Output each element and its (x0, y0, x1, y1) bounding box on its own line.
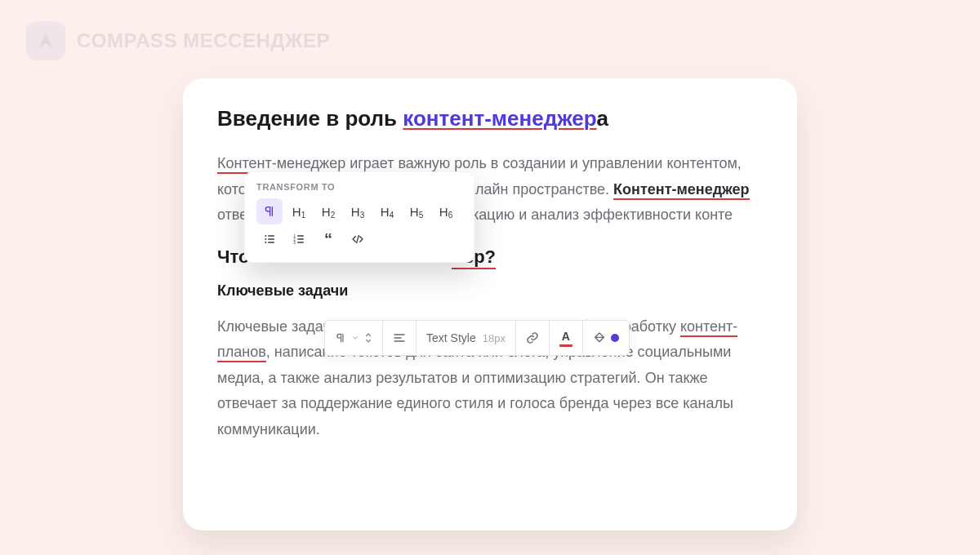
chevron-down-icon (351, 334, 359, 342)
transform-h4[interactable]: H4 (374, 198, 400, 224)
text-color-button[interactable]: A (550, 321, 583, 355)
p2-u2a: контент- (680, 318, 737, 337)
quote-icon: “ (324, 233, 332, 246)
brand-logo (26, 21, 65, 60)
link-icon (526, 331, 539, 344)
chevron-down-icon (364, 338, 372, 344)
bullet-list-icon (263, 233, 276, 246)
inline-toolbar: Text Style 18px A (324, 320, 630, 356)
svg-point-0 (265, 235, 266, 237)
ordered-list-icon: 123 (292, 233, 305, 246)
svg-text:3: 3 (293, 241, 296, 245)
h3-text: Ключевые задачи (217, 282, 348, 299)
svg-point-2 (265, 242, 266, 243)
transform-h3[interactable]: H3 (345, 198, 371, 224)
transform-h2[interactable]: H2 (315, 198, 341, 224)
font-size-value: 18px (483, 332, 506, 344)
code-icon (350, 233, 365, 246)
transform-code[interactable] (345, 226, 371, 252)
transform-row-2: 123 “ (256, 226, 462, 252)
transform-title: TRANSFORM TO (256, 182, 462, 192)
h1-role-link[interactable]: контент-менеджер (403, 106, 596, 131)
transform-h5[interactable]: H5 (403, 198, 430, 224)
pilcrow-icon (263, 205, 276, 218)
highlight-button[interactable] (583, 321, 629, 355)
link-button[interactable] (516, 321, 550, 355)
compass-icon (35, 30, 56, 51)
text-style-label: Text Style (426, 331, 476, 344)
block-stepper[interactable] (364, 331, 372, 344)
transform-quote[interactable]: “ (315, 226, 341, 252)
text-style-dropdown[interactable]: Text Style 18px (416, 321, 516, 355)
transform-bullet-list[interactable] (256, 226, 283, 252)
transform-h6[interactable]: H6 (433, 198, 459, 224)
p2-rest: , написание текстов для сайта или блога,… (217, 344, 733, 437)
h1-text-before: Введение в роль (217, 106, 403, 131)
align-left-icon (393, 331, 406, 344)
transform-popover: TRANSFORM TO H1 H2 H3 H4 H5 H6 123 “ (244, 171, 474, 263)
doc-heading-3[interactable]: Ключевые задачи (217, 282, 763, 300)
h1-trailing: а (597, 106, 608, 131)
svg-point-1 (265, 238, 266, 240)
bucket-icon (593, 331, 606, 344)
p1-underline-2: Контент-менеджер (613, 181, 750, 200)
doc-heading-1[interactable]: Введение в роль контент-менеджера (217, 106, 763, 131)
align-button[interactable] (383, 321, 416, 355)
transform-row-1: H1 H2 H3 H4 H5 H6 (256, 198, 462, 224)
p2-u2b: планов (217, 344, 266, 362)
document-card: Введение в роль контент-менеджера Контен… (183, 78, 797, 531)
highlight-swatch (611, 334, 619, 342)
transform-h1[interactable]: H1 (286, 198, 312, 224)
block-type-dropdown[interactable] (325, 321, 383, 355)
color-underline-icon (559, 344, 572, 347)
brand-name: COMPASS МЕССЕНДЖЕР (77, 29, 330, 52)
chevron-up-icon (364, 331, 372, 338)
transform-ordered-list[interactable]: 123 (286, 226, 312, 252)
brand-header: COMPASS МЕССЕНДЖЕР (26, 21, 330, 60)
pilcrow-icon (335, 332, 346, 344)
transform-paragraph[interactable] (256, 198, 283, 224)
letter-a-icon: A (562, 330, 570, 343)
